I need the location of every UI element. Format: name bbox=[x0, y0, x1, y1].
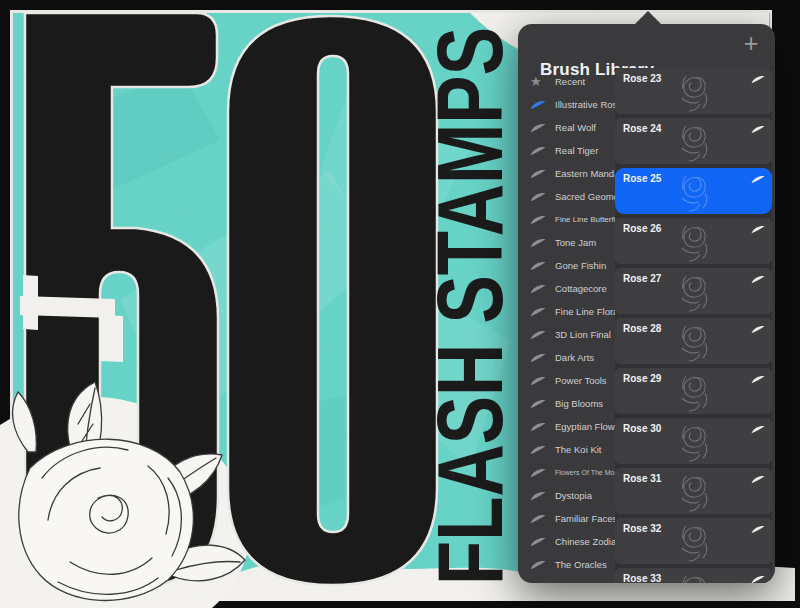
brush-set-item-recent[interactable]: ★Recent bbox=[518, 70, 616, 93]
add-brush-button[interactable]: + bbox=[738, 31, 764, 57]
brush-stroke-icon bbox=[751, 175, 765, 184]
brush-stroke-icon bbox=[751, 75, 765, 84]
brush-label: Rose 27 bbox=[623, 273, 661, 284]
brush-stroke-icon bbox=[751, 275, 765, 284]
brush-set-item-familiar-faces[interactable]: Familiar Faces bbox=[518, 507, 616, 530]
brush-stroke-icon bbox=[530, 491, 546, 501]
brush-set-label: The Oracles bbox=[555, 559, 607, 570]
brush-set-item-egyptian-flowers[interactable]: Egyptian Flowers bbox=[518, 415, 616, 438]
brush-set-item-dark-arts[interactable]: Dark Arts bbox=[518, 346, 616, 369]
brush-stroke-icon bbox=[530, 100, 546, 110]
brush-label: Rose 31 bbox=[623, 473, 661, 484]
rose-thumbnail bbox=[671, 519, 717, 563]
brush-stroke-icon bbox=[530, 307, 546, 317]
rose-thumbnail bbox=[671, 419, 717, 463]
brush-label: Rose 25 bbox=[623, 173, 661, 184]
rose-thumbnail bbox=[671, 369, 717, 413]
brush-stroke-icon bbox=[751, 325, 765, 334]
brush-set-label: Gone Fishin bbox=[555, 260, 606, 271]
brush-set-label: Cottagecore bbox=[555, 283, 607, 294]
brush-set-item-illustrative-roses[interactable]: Illustrative Roses bbox=[518, 93, 616, 116]
rose-thumbnail bbox=[671, 569, 717, 583]
brush-item-rose-23[interactable]: Rose 23 bbox=[615, 68, 772, 114]
brush-set-label: Recent bbox=[555, 76, 585, 87]
brush-stroke-icon bbox=[530, 284, 546, 294]
brush-label: Rose 28 bbox=[623, 323, 661, 334]
brush-stroke-icon bbox=[751, 425, 765, 434]
brush-set-item-fine-line-floral[interactable]: Fine Line Floral bbox=[518, 300, 616, 323]
screenshot-root: 50 FLASH STAMPS + Brush bbox=[0, 0, 800, 608]
brush-stroke-icon bbox=[530, 238, 546, 248]
rose-thumbnail bbox=[671, 469, 717, 513]
brush-stroke-icon bbox=[530, 123, 546, 133]
brush-set-label: Real Wolf bbox=[555, 122, 596, 133]
brush-stroke-icon bbox=[751, 125, 765, 134]
brush-set-item-power-tools[interactable]: Power Tools bbox=[518, 369, 616, 392]
brush-set-item-the-koi-kit[interactable]: The Koi Kit bbox=[518, 438, 616, 461]
brush-set-item-dystopia[interactable]: Dystopia bbox=[518, 484, 616, 507]
brush-set-item-3d-lion-final[interactable]: 3D Lion Final bbox=[518, 323, 616, 346]
brush-set-label: Real Tiger bbox=[555, 145, 598, 156]
brush-stroke-icon bbox=[530, 192, 546, 202]
brush-item-rose-33[interactable]: Rose 33 bbox=[615, 568, 772, 583]
brush-item-rose-24[interactable]: Rose 24 bbox=[615, 118, 772, 164]
brush-set-item-the-oracles[interactable]: The Oracles bbox=[518, 553, 616, 576]
rose-thumbnail bbox=[671, 119, 717, 163]
brush-set-label: Big Blooms bbox=[555, 398, 603, 409]
brush-item-rose-29[interactable]: Rose 29 bbox=[615, 368, 772, 414]
brush-stroke-icon bbox=[530, 537, 546, 547]
brush-set-item-flowers-of-the-mont[interactable]: Flowers Of The Mont… bbox=[518, 461, 616, 484]
brush-set-item-chinese-zodiacs[interactable]: Chinese Zodiacs bbox=[518, 530, 616, 553]
rose-thumbnail bbox=[671, 69, 717, 113]
brush-stroke-icon bbox=[751, 525, 765, 534]
brush-stroke-icon bbox=[751, 375, 765, 384]
brush-stroke-icon bbox=[530, 560, 546, 570]
brush-stroke-icon bbox=[530, 169, 546, 179]
brush-item-rose-26[interactable]: Rose 26 bbox=[615, 218, 772, 264]
brush-set-item-eastern-mandalas[interactable]: Eastern Mandalas bbox=[518, 162, 616, 185]
brush-set-item-sacred-geometry[interactable]: Sacred Geometry bbox=[518, 185, 616, 208]
star-icon: ★ bbox=[530, 75, 542, 88]
brush-set-item-real-tiger[interactable]: Real Tiger bbox=[518, 139, 616, 162]
brush-stroke-icon bbox=[530, 261, 546, 271]
brush-item-rose-27[interactable]: Rose 27 bbox=[615, 268, 772, 314]
brush-item-rose-31[interactable]: Rose 31 bbox=[615, 468, 772, 514]
rose-thumbnail bbox=[671, 269, 717, 313]
brush-list: Rose 23Rose 24Rose 25Rose 26Rose 27Rose … bbox=[615, 68, 772, 583]
brush-item-rose-28[interactable]: Rose 28 bbox=[615, 318, 772, 364]
brush-item-rose-30[interactable]: Rose 30 bbox=[615, 418, 772, 464]
brush-stroke-icon bbox=[530, 514, 546, 524]
rose-thumbnail bbox=[671, 319, 717, 363]
brush-set-item-tone-jam[interactable]: Tone Jam bbox=[518, 231, 616, 254]
brush-label: Rose 24 bbox=[623, 123, 661, 134]
brush-item-rose-25[interactable]: Rose 25 bbox=[615, 168, 772, 214]
brush-label: Rose 23 bbox=[623, 73, 661, 84]
brush-set-item-fine-line-butterflies[interactable]: Fine Line Butterflies bbox=[518, 208, 616, 231]
brush-stroke-icon bbox=[530, 146, 546, 156]
brush-set-item-cottagecore[interactable]: Cottagecore bbox=[518, 277, 616, 300]
brush-set-item-gone-fishin[interactable]: Gone Fishin bbox=[518, 254, 616, 277]
brush-set-label: Familiar Faces bbox=[555, 513, 617, 524]
brush-label: Rose 33 bbox=[623, 573, 661, 583]
brush-item-rose-32[interactable]: Rose 32 bbox=[615, 518, 772, 564]
brush-set-label: Dystopia bbox=[555, 490, 592, 501]
brush-set-label: Dark Arts bbox=[555, 352, 594, 363]
brush-set-item-partial[interactable] bbox=[518, 576, 616, 583]
brush-stroke-icon bbox=[751, 225, 765, 234]
popover-arrow bbox=[634, 11, 662, 25]
brush-stroke-icon bbox=[530, 468, 546, 478]
brush-set-label: Fine Line Floral bbox=[555, 306, 620, 317]
brush-label: Rose 32 bbox=[623, 523, 661, 534]
brush-set-label: Power Tools bbox=[555, 375, 607, 386]
brush-set-item-big-blooms[interactable]: Big Blooms bbox=[518, 392, 616, 415]
brush-stroke-icon bbox=[530, 422, 546, 432]
brush-stroke-icon bbox=[751, 475, 765, 484]
rose-thumbnail bbox=[671, 169, 717, 213]
brush-stroke-icon bbox=[530, 399, 546, 409]
rose-thumbnail bbox=[671, 219, 717, 263]
brush-set-label: The Koi Kit bbox=[555, 444, 601, 455]
brush-stroke-icon bbox=[530, 330, 546, 340]
brush-stroke-icon bbox=[530, 583, 546, 584]
brush-set-item-real-wolf[interactable]: Real Wolf bbox=[518, 116, 616, 139]
brush-set-label: 3D Lion Final bbox=[555, 329, 611, 340]
